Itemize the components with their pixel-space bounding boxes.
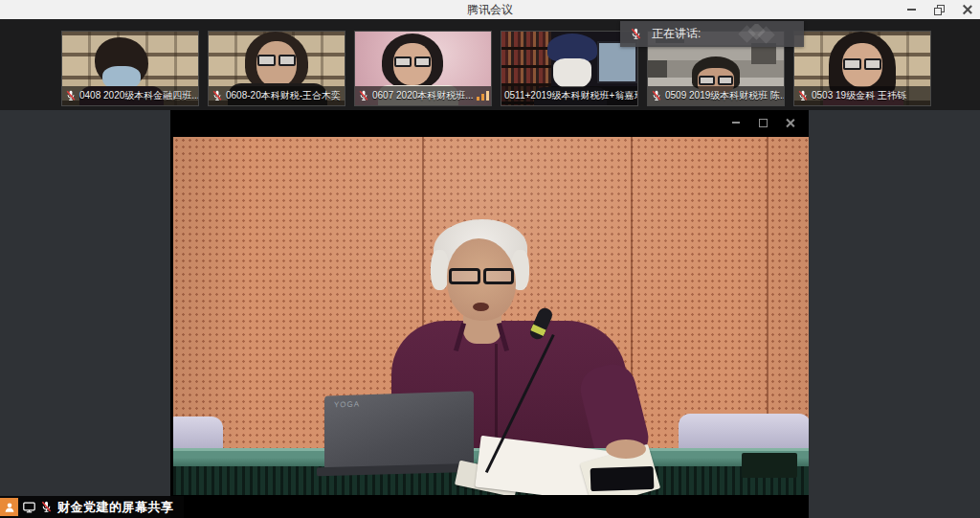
restore-button[interactable] [931, 2, 947, 17]
participant-thumbnail[interactable]: 0608-20本科财税-王合木奕 [208, 31, 345, 106]
face-mask [553, 58, 591, 89]
participant-thumbnail[interactable]: 0607 2020本科财税班... [354, 31, 492, 106]
main-area: YOGA [0, 110, 980, 518]
speaker-hand [606, 439, 646, 459]
muted-mic-icon [65, 90, 77, 101]
minimize-button[interactable] [903, 2, 919, 17]
speaker-video: YOGA [173, 137, 809, 495]
microphone-windscreen-ring [530, 325, 546, 336]
close-icon [786, 119, 794, 127]
lens [843, 58, 861, 70]
screen-share-indicator: 财金党建的屏幕共享 [0, 496, 184, 518]
name-bar: 0408 2020级本科金融四班... [62, 86, 198, 105]
restore-icon [934, 5, 945, 15]
lens [278, 55, 297, 66]
monitor-screen [597, 41, 637, 83]
wall-seam [767, 137, 768, 453]
lens [257, 55, 276, 66]
lens [699, 76, 715, 85]
participant-name: 0607 2020本科财税班... [372, 89, 474, 102]
muted-mic-icon [358, 90, 369, 101]
video-window-controls [730, 117, 795, 128]
lens [718, 76, 734, 85]
participant-strip: 0408 2020级本科金融四班... 0608-20本科财税-王合木奕 [0, 19, 980, 110]
participant-name: 0408 2020级本科金融四班... [79, 89, 198, 102]
tencent-meeting-window: 腾讯会议 0408 2020级本科金融四班... [0, 0, 980, 518]
office-furniture [648, 60, 667, 78]
participant-name: 0511+2019级本科财税班+翁嘉玲 [504, 89, 637, 102]
titlebar: 腾讯会议 [0, 0, 980, 19]
muted-mic-icon [797, 90, 809, 101]
name-bar: 0503 19级金科 王祎铄 [794, 86, 930, 105]
video-close-button[interactable] [784, 117, 795, 128]
lens [449, 268, 480, 284]
close-icon [962, 5, 971, 14]
lens [414, 56, 432, 67]
muted-mic-icon [651, 90, 662, 101]
muted-mic-icon [212, 90, 223, 101]
participant-name: 0608-20本科财税-王合木奕 [226, 89, 341, 102]
glasses [394, 56, 431, 67]
presenter-avatar [0, 498, 18, 516]
minimize-icon [732, 122, 740, 124]
watermark-logo [737, 24, 779, 44]
window-controls [903, 0, 974, 19]
video-maximize-button[interactable] [757, 117, 768, 128]
window-title: 腾讯会议 [467, 2, 513, 18]
muted-mic-icon [630, 28, 642, 40]
participant-thumbnail[interactable]: 0511+2019级本科财税班+翁嘉玲 [501, 31, 638, 106]
table-device [742, 453, 797, 478]
glasses [699, 76, 733, 85]
laptop: YOGA [324, 391, 474, 470]
lens [864, 58, 882, 70]
video-minimize-button[interactable] [730, 117, 742, 128]
shared-screen-window[interactable]: YOGA [170, 110, 809, 518]
name-bar: 0607 2020本科财税班... [355, 86, 491, 105]
name-bar: 0511+2019级本科财税班+翁嘉玲 [501, 86, 637, 105]
network-signal-icon [477, 91, 491, 101]
name-bar: 0608-20本科财税-王合木奕 [209, 86, 345, 105]
minimize-icon [907, 9, 916, 11]
participant-name: 0503 19级金科 王祎铄 [812, 89, 906, 102]
laptop-brand-label: YOGA [334, 399, 360, 409]
glasses [843, 58, 881, 70]
close-button[interactable] [959, 2, 974, 17]
glasses [257, 55, 296, 66]
muted-mic-icon [40, 501, 53, 513]
participant-thumbnail[interactable]: 0503 19级金科 王祎铄 [793, 31, 931, 106]
microphone-base [590, 466, 655, 491]
speaking-label: 正在讲话: [652, 26, 701, 42]
share-source-label: 财金党建的屏幕共享 [57, 499, 174, 516]
name-bar: 0509 2019级本科财税班 陈... [648, 86, 784, 105]
lens [483, 268, 515, 284]
participant-thumbnail[interactable]: 0408 2020级本科金融四班... [61, 31, 199, 106]
maximize-icon [759, 119, 768, 127]
screen-share-icon [23, 502, 35, 513]
speaker-mouth [473, 303, 489, 311]
participant-name: 0509 2019级本科财税班 陈... [665, 89, 784, 102]
speaking-banner: 正在讲话: [620, 21, 804, 47]
speaker-glasses [449, 268, 514, 284]
lens [394, 56, 412, 67]
